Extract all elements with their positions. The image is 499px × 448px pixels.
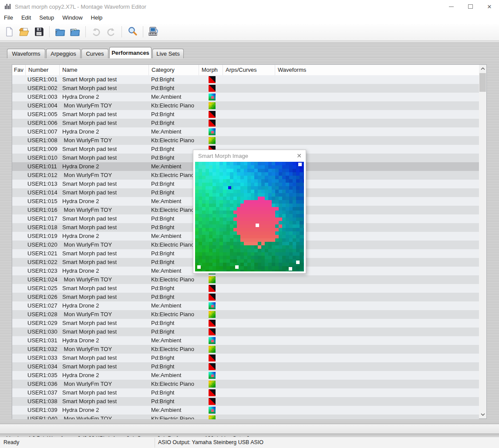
table-row[interactable]: USER1:028 Mon WurlyFm TOYKb:Electric Pia…	[12, 310, 479, 319]
menu-help[interactable]: Help	[88, 13, 106, 23]
table-row[interactable]: USER1:003Hydra Drone 2Me:Ambient	[12, 93, 479, 101]
table-row[interactable]: USER1:001Smart Morph pad testPd:Bright	[12, 75, 479, 84]
minimize-button[interactable]	[442, 0, 461, 13]
midi-device-icon	[148, 26, 159, 37]
column-header-category[interactable]: Category	[148, 65, 199, 75]
waveforms-cell	[275, 336, 479, 345]
close-button[interactable]: ✕	[480, 0, 499, 13]
tab-performances[interactable]: Performances	[109, 47, 152, 58]
close-icon: ✕	[487, 3, 492, 10]
redo-button[interactable]	[104, 25, 118, 39]
new-file-button[interactable]	[2, 25, 17, 39]
morph-cell	[199, 328, 223, 336]
table-row[interactable]: USER1:002Smart Morph pad testPd:Bright	[12, 84, 479, 93]
number-cell: USER1:006	[25, 119, 59, 127]
table-row[interactable]: USER1:005Smart Morph pad testPd:Bright	[12, 110, 479, 119]
undo-button[interactable]	[89, 25, 104, 39]
table-row[interactable]: USER1:040 Mon WurlyFm TOYKb:Electric Pia…	[12, 415, 479, 419]
fav-cell	[12, 197, 25, 206]
table-row[interactable]: USER1:024 Mon WurlyFm TOYKb:Electric Pia…	[12, 275, 479, 284]
number-cell: USER1:014	[25, 188, 59, 197]
morph-cell	[199, 319, 223, 328]
menu-edit[interactable]: Edit	[18, 13, 34, 23]
table-row[interactable]: USER1:026Smart Morph pad testPd:Bright	[12, 293, 479, 301]
midi-setup-button[interactable]	[146, 25, 161, 39]
menu-window[interactable]: Window	[59, 13, 85, 23]
table-row[interactable]: USER1:036 Mon WurlyFm TOYKb:Electric Pia…	[12, 380, 479, 388]
vertical-scrollbar[interactable]	[479, 65, 486, 418]
column-header-number[interactable]: Number	[25, 65, 59, 75]
table-row[interactable]: USER1:007Hydra Drone 2Me:Ambient	[12, 127, 479, 136]
morph-cell	[199, 310, 223, 319]
name-cell: Mon WurlyFm TOY	[59, 275, 148, 284]
morph-icon	[209, 398, 216, 405]
morph-cell	[199, 101, 223, 110]
fav-cell	[12, 293, 25, 301]
smart-morph-close-button[interactable]: ✕	[293, 152, 306, 159]
table-row[interactable]: USER1:039Hydra Drone 2Me:Ambient	[12, 406, 479, 415]
category-cell: Kb:Electric Piano	[148, 380, 199, 388]
morph-image-canvas[interactable]	[195, 162, 304, 271]
tab-waveforms[interactable]: Waveforms	[7, 49, 45, 58]
category-cell: Pd:Bright	[148, 188, 199, 197]
tab-arpeggios[interactable]: Arpeggios	[46, 49, 81, 58]
table-row[interactable]: USER1:025Smart Morph pad testPd:Bright	[12, 284, 479, 293]
table-row[interactable]: USER1:032 Mon WurlyFm TOYKb:Electric Pia…	[12, 345, 479, 354]
category-cell: Kb:Electric Piano	[148, 241, 199, 249]
smart-morph-titlebar[interactable]: Smart Morph Image ✕	[193, 150, 306, 161]
fav-cell	[12, 354, 25, 362]
table-row[interactable]: USER1:006Smart Morph pad testPd:Bright	[12, 119, 479, 127]
table-row[interactable]: USER1:037Smart Morph pad testPd:Bright	[12, 388, 479, 397]
category-cell: Pd:Bright	[148, 75, 199, 84]
number-cell: USER1:002	[25, 84, 59, 93]
category-cell: Me:Ambient	[148, 162, 199, 171]
scroll-down-button[interactable]	[479, 411, 486, 418]
category-cell: Pd:Bright	[148, 110, 199, 119]
table-row[interactable]: USER1:031Hydra Drone 2Me:Ambient	[12, 336, 479, 345]
name-cell: Hydra Drone 2	[59, 197, 148, 206]
tab-live-sets[interactable]: Live Sets	[152, 49, 184, 58]
name-cell: Hydra Drone 2	[59, 162, 148, 171]
table-row[interactable]: USER1:029Smart Morph pad testPd:Bright	[12, 319, 479, 328]
fav-cell	[12, 110, 25, 119]
arps-cell	[223, 101, 275, 110]
maximize-button[interactable]	[461, 0, 480, 13]
name-cell: Hydra Drone 2	[59, 301, 148, 310]
menu-bar: File Edit Setup Window Help	[0, 13, 499, 23]
column-header-morph[interactable]: Morph	[199, 65, 223, 75]
category-cell: Kb:Electric Piano	[148, 206, 199, 214]
menu-file[interactable]: File	[1, 13, 16, 23]
waveforms-cell	[275, 275, 479, 284]
column-header-arps-curves[interactable]: Arps/Curves	[223, 65, 275, 75]
name-cell: Smart Morph pad test	[59, 354, 148, 362]
morph-icon	[209, 337, 216, 344]
fav-cell	[12, 249, 25, 258]
tab-curves[interactable]: Curves	[81, 49, 108, 58]
name-cell: Smart Morph pad test	[59, 180, 148, 188]
waveforms-cell	[275, 362, 479, 371]
table-row[interactable]: USER1:027Hydra Drone 2Me:Ambient	[12, 301, 479, 310]
column-header-waveforms[interactable]: Waveforms	[275, 65, 479, 75]
table-row[interactable]: USER1:008 Mon WurlyFm TOYKb:Electric Pia…	[12, 136, 479, 145]
import-waveform-folder-button[interactable]	[53, 25, 67, 39]
open-file-button[interactable]	[17, 25, 31, 39]
menu-setup[interactable]: Setup	[36, 13, 57, 23]
table-row[interactable]: USER1:033Smart Morph pad testPd:Bright	[12, 354, 479, 362]
scrollbar-thumb[interactable]	[479, 73, 486, 92]
toolbar-separator	[49, 26, 50, 37]
column-header-fav[interactable]: Fav	[12, 65, 25, 75]
morph-icon	[209, 294, 216, 301]
table-row[interactable]: USER1:004 Mon WurlyFm TOYKb:Electric Pia…	[12, 101, 479, 110]
fav-cell	[12, 397, 25, 406]
table-row[interactable]: USER1:038Smart Morph pad testPd:Bright	[12, 397, 479, 406]
save-button[interactable]	[31, 25, 46, 39]
waveforms-cell	[275, 388, 479, 397]
table-row[interactable]: USER1:035Hydra Drone 2Me:Ambient	[12, 371, 479, 380]
table-row[interactable]: USER1:030Smart Morph pad testPd:Bright	[12, 328, 479, 336]
column-header-name[interactable]: Name	[59, 65, 148, 75]
import-arpeggio-folder-button[interactable]	[67, 25, 82, 39]
number-cell: USER1:020	[25, 241, 59, 249]
search-button[interactable]	[125, 25, 140, 39]
scroll-up-button[interactable]	[479, 65, 486, 73]
table-row[interactable]: USER1:034Smart Morph pad testPd:Bright	[12, 362, 479, 371]
